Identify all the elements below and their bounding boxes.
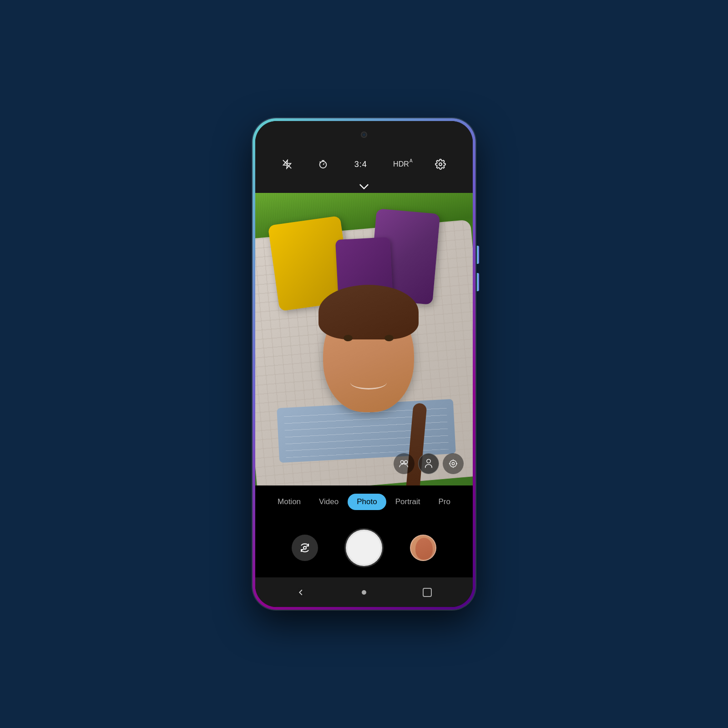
group-focus-icon[interactable] <box>394 453 415 474</box>
svg-line-7 <box>320 162 320 162</box>
svg-point-8 <box>439 163 442 166</box>
svg-point-9 <box>400 460 404 464</box>
person-smile <box>350 376 387 389</box>
svg-point-13 <box>452 462 455 465</box>
volume-button-2[interactable] <box>477 273 479 291</box>
back-button[interactable] <box>291 582 311 602</box>
object-focus-icon[interactable] <box>443 453 464 474</box>
camera-toolbar: 3:4 HDRA <box>255 148 473 180</box>
recent-square <box>423 588 432 597</box>
camera-controls <box>255 518 473 577</box>
focus-icons-group <box>394 453 464 474</box>
status-bar <box>255 121 473 148</box>
gallery-thumbnail[interactable] <box>410 535 436 561</box>
svg-line-5 <box>323 163 324 165</box>
camera-mode-selector: Motion Video Photo Portrait Pro <box>255 485 473 518</box>
svg-point-11 <box>427 459 430 463</box>
settings-icon[interactable] <box>435 159 446 170</box>
viewfinder[interactable] <box>255 193 473 485</box>
svg-point-10 <box>404 460 408 464</box>
svg-point-18 <box>303 546 306 549</box>
home-dot <box>362 590 366 595</box>
phone-screen: 3:4 HDRA <box>255 121 473 607</box>
person-focus-icon[interactable] <box>418 453 439 474</box>
phone-device: 3:4 HDRA <box>253 118 475 610</box>
shutter-button[interactable] <box>346 530 382 566</box>
person-subject <box>301 252 436 458</box>
mode-video[interactable]: Video <box>310 494 348 510</box>
camera-preview <box>255 193 473 485</box>
person-face <box>323 298 414 412</box>
volume-button-1[interactable] <box>477 246 479 264</box>
person-hair <box>318 285 419 339</box>
front-camera-dot <box>361 131 367 138</box>
flash-icon[interactable] <box>282 159 292 169</box>
person-eye-right <box>384 335 394 341</box>
mode-portrait[interactable]: Portrait <box>386 494 430 510</box>
home-button[interactable] <box>354 582 374 602</box>
hdr-button[interactable]: HDRA <box>393 160 409 168</box>
nav-bar <box>255 577 473 607</box>
mode-photo[interactable]: Photo <box>348 494 386 510</box>
chevron-bar[interactable] <box>255 180 473 193</box>
recent-apps-button[interactable] <box>417 582 437 602</box>
aspect-ratio-label[interactable]: 3:4 <box>354 160 367 169</box>
flip-camera-button[interactable] <box>292 535 318 561</box>
person-eye-left <box>344 335 353 341</box>
svg-point-12 <box>450 460 457 467</box>
timer-icon[interactable] <box>318 159 328 169</box>
mode-pro[interactable]: Pro <box>429 494 459 510</box>
mode-motion[interactable]: Motion <box>268 494 310 510</box>
